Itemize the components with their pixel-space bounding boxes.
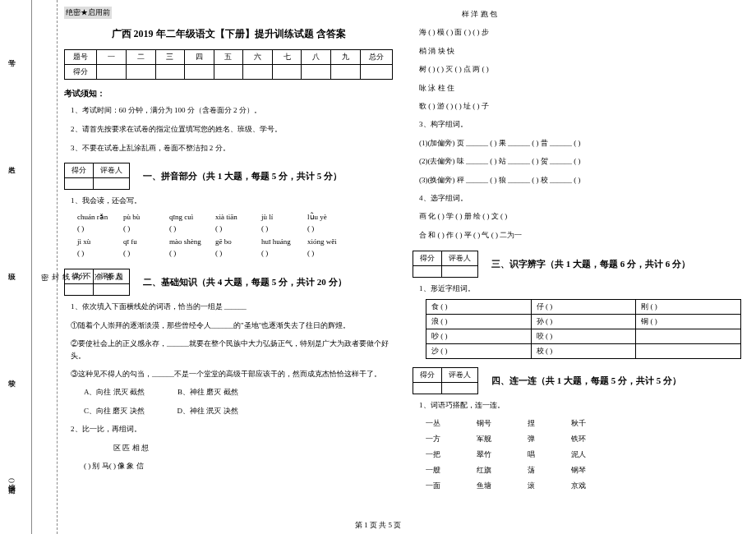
score-table: 题号 一 二 三 四 五 六 七 八 九 总分 得分: [64, 49, 393, 80]
match-r1: 一方军舰弹铁环: [426, 434, 741, 444]
opt-c: C、向往 磨灭 决然: [84, 405, 145, 417]
binding-sidebar: 学号 姓名 班级 学校 乡镇(街道) 题 答 准 不 内 线 封 密: [0, 0, 58, 534]
field-name: 姓名: [7, 136, 17, 185]
match-lead: 1、词语巧搭配，连一连。: [419, 399, 741, 411]
match-r2: 一把翠竹唱泥人: [426, 449, 741, 460]
q2-2-lead: 2、比一比，再组词。: [71, 423, 393, 435]
q2-2-row-b: ( ) 别 马( ) 像 象 信: [84, 460, 393, 472]
left-column: 绝密★启用前 广西 2019 年二年级语文【下册】提升训练试题 含答案 题号 一…: [64, 7, 393, 491]
section-3-title: 三、识字辨字（共 1 大题，每题 6 分，共计 6 分）: [491, 258, 690, 270]
group-top-header: 样 洋 跑 包: [462, 8, 741, 20]
field-school: 学校: [7, 349, 17, 398]
page-footer: 第 1 页 共 5 页: [0, 520, 756, 531]
field-town: 乡镇(街道): [7, 456, 17, 505]
q3-l1: (1)(加偏旁) 页 ______ ( ) 果 ______ ( ) 昔 ___…: [419, 137, 741, 149]
pinyin-row-2: jì xùqī fumào shènggē bohuī huángxióng w…: [77, 237, 393, 246]
q4-l1: 画 化 ( ) 学 ( ) 册 绘 ( ) 文 ( ): [419, 210, 741, 222]
opt-a: A、向往 泯灭 截然: [84, 386, 145, 398]
sidebar-vline: [31, 0, 32, 534]
opt-d: D、神往 泯灭 决然: [177, 405, 238, 417]
section-score-box-3: 得分评卷人: [413, 251, 478, 278]
q2-1-l3: ③这种见不得人的勾当，______不是一个堂堂的高级干部应该干的，然而成克杰恰恰…: [71, 368, 393, 380]
gt-l0: 海 ( ) 模 ( ) 面 ( ) ( ) 步: [419, 26, 741, 38]
paren-row-2: ( )( )( )( )( )( ): [77, 249, 393, 257]
q3-l3: (3)(换偏旁) 秤 ______ ( ) 狼 ______ ( ) 校 ___…: [419, 174, 741, 186]
q4-lead: 4、选字组词。: [419, 192, 741, 204]
q2-1-lead: 1、依次填入下面横线处的词语，恰当的一组是 ______: [71, 301, 393, 312]
match-r4: 一面鱼塘滚京戏: [426, 481, 741, 491]
secret-label: 绝密★启用前: [64, 7, 112, 19]
gt-l4: 歌 ( ) 游 ( ) ( ) 址 ( ) 子: [419, 100, 741, 112]
field-id: 学号: [7, 29, 17, 78]
content-area: 绝密★启用前 广西 2019 年二年级语文【下册】提升训练试题 含答案 题号 一…: [64, 7, 746, 491]
pinyin-row-1: chuán rǎnpù bùqīng cuìxià tiānjù lílǜu y…: [77, 213, 393, 221]
gt-l3: 咏 泳 柱 住: [419, 82, 741, 94]
section-2-title: 二、基础知识（共 4 大题，每题 5 分，共计 20 分）: [143, 276, 347, 288]
gt-l2: 树 ( ) ( ) 灭 ( ) 点 两 ( ): [419, 63, 741, 75]
opt-b: B、神往 磨灭 截然: [177, 386, 238, 398]
notice-2: 2、请首先按要求在试卷的指定位置填写您的姓名、班级、学号。: [71, 124, 393, 135]
q2-2-row-a: 区 匹 相 想: [113, 442, 393, 453]
paren-row-1: ( )( )( )( )( )( ): [77, 224, 393, 232]
q3-l2: (2)(去偏旁) 味 ______ ( ) 站 ______ ( ) 贺 ___…: [419, 155, 741, 167]
right-column: 样 洋 跑 包 海 ( ) 模 ( ) 面 ( ) ( ) 步 梢 消 块 快 …: [413, 7, 741, 491]
notice-heading: 考试须知：: [64, 88, 393, 99]
section-score-box-4: 得分评卷人: [413, 367, 478, 394]
match-r0: 一丛铜号捏秋千: [426, 418, 741, 429]
q2-1-l2: ②要使社会上的正义感永存，______就要在整个民族中大力弘扬正气，特别是广大为…: [71, 338, 393, 361]
notice-1: 1、考试时间：60 分钟，满分为 100 分（含卷面分 2 分）。: [71, 105, 393, 116]
gt-l1: 梢 消 块 快: [419, 45, 741, 57]
section-4-title: 四、连一连（共 1 大题，每题 5 分，共计 5 分）: [491, 375, 681, 387]
section-score-box: 得分评卷人: [64, 163, 130, 190]
section-score-box-2: 得分评卷人: [64, 269, 130, 296]
field-class: 班级: [7, 242, 17, 292]
q3-lead: 3、构字组词。: [419, 118, 741, 130]
notice-3: 3、不要在试卷上乱涂乱画，卷面不整洁扣 2 分。: [71, 143, 393, 154]
score-header-row: 题号 一 二 三 四 五 六 七 八 九 总分: [65, 50, 393, 65]
q4-l2: 合 和 ( ) 作 ( ) 平 ( ) 气 ( ) 二为一: [419, 229, 741, 241]
exam-title: 广西 2019 年二年级语文【下册】提升训练试题 含答案: [64, 27, 393, 41]
sidebar-fields: 学号 姓名 班级 学校 乡镇(街道): [7, 0, 17, 534]
q2-1-l1: ①随着个人崇拜的逐渐淡漠，那些曾经令人______的"圣地"也逐渐失去了往日的辉…: [71, 320, 393, 331]
char-table-lead: 1、形近字组词。: [419, 283, 741, 294]
score-value-row: 得分: [65, 65, 393, 80]
section-1-title: 一、拼音部分（共 1 大题，每题 5 分，共计 5 分）: [143, 170, 342, 182]
char-table: 食 ( )仔 ( )刚 ( ) 浪 ( )孙 ( )铜 ( ) 吵 ( )咬 (…: [426, 299, 741, 359]
match-r3: 一艘红旗荡钢琴: [426, 465, 741, 476]
q1-prompt: 1、我会读，还会写。: [71, 195, 393, 206]
